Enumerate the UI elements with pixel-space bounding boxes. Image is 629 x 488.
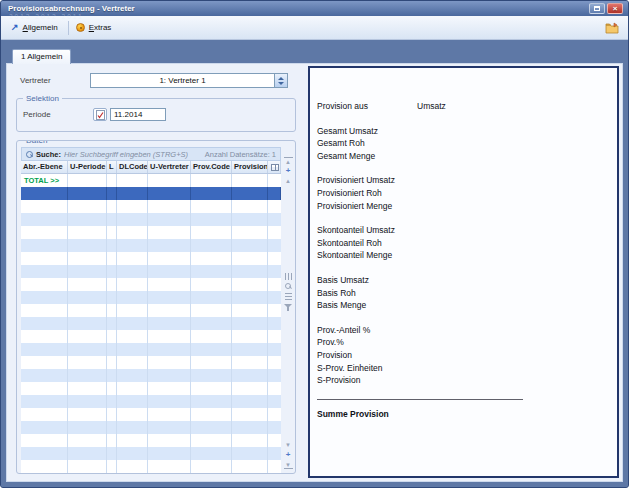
table-cell <box>268 187 281 200</box>
table-cell <box>107 187 117 200</box>
spinner-button[interactable] <box>274 74 287 87</box>
table-row[interactable] <box>21 447 281 460</box>
table-row-selected[interactable] <box>21 187 281 200</box>
table-row[interactable] <box>21 343 281 356</box>
table-cell <box>21 187 68 200</box>
last-record-icon[interactable]: ▼ <box>284 461 293 469</box>
table-row[interactable] <box>21 291 281 304</box>
filter-icon[interactable] <box>284 302 293 310</box>
table-row[interactable] <box>21 317 281 330</box>
table-row[interactable] <box>21 304 281 317</box>
maximize-button[interactable] <box>589 3 605 14</box>
table-row[interactable] <box>21 330 281 343</box>
title-watermark: 2013 2012 2011 <box>9 9 84 24</box>
summary-row: Skontoanteil Umsatz <box>317 224 607 237</box>
summary-row: S-Provision <box>317 374 607 387</box>
table-cell <box>68 200 107 213</box>
table-cell <box>21 330 68 343</box>
table-cell <box>107 421 117 434</box>
table-cell <box>268 408 281 421</box>
export-button[interactable] <box>603 20 621 36</box>
first-record-icon[interactable]: ▲ <box>284 157 293 165</box>
search-bar[interactable]: Suche: Hier Suchbegriff eingeben (STRG+S… <box>21 147 281 161</box>
column-chooser-button[interactable] <box>268 161 281 173</box>
table-cell <box>117 382 148 395</box>
column-header-5[interactable]: Prov.Code <box>191 161 232 173</box>
column-header-3[interactable]: DLCode <box>117 161 148 173</box>
summary-group: Skontoanteil UmsatzSkontoanteil RohSkont… <box>317 224 607 262</box>
table-cell <box>117 200 148 213</box>
table-cell <box>117 330 148 343</box>
menu-extras[interactable]: Extras <box>73 21 118 34</box>
spin-down-icon <box>278 82 284 85</box>
table-cell <box>232 408 268 421</box>
table-cell <box>107 174 117 187</box>
prev-record-icon[interactable]: ▲ <box>284 177 293 185</box>
calendar-button[interactable] <box>93 108 107 121</box>
table-row[interactable] <box>21 356 281 369</box>
column-header-0[interactable]: Abr.-Ebene <box>21 161 68 173</box>
table-row[interactable] <box>21 213 281 226</box>
table-cell <box>148 434 191 447</box>
table-row[interactable] <box>21 395 281 408</box>
grid-body: TOTAL >> <box>21 174 281 474</box>
close-button[interactable]: × <box>607 3 623 14</box>
summary-label: Prov.% <box>317 336 417 349</box>
summary-label: Basis Roh <box>317 287 417 300</box>
append-record-icon[interactable]: + <box>284 451 293 459</box>
table-cell <box>68 278 107 291</box>
summary-row: Provision ausUmsatz <box>317 100 607 113</box>
table-cell <box>268 252 281 265</box>
table-row[interactable] <box>21 369 281 382</box>
table-row[interactable] <box>21 408 281 421</box>
summary-divider <box>317 399 523 400</box>
periode-input[interactable] <box>110 108 166 121</box>
column-header-4[interactable]: U-Vertreter <box>148 161 191 173</box>
table-cell <box>268 473 281 474</box>
table-row-total[interactable]: TOTAL >> <box>21 174 281 187</box>
summary-label: Gesamt Roh <box>317 137 417 150</box>
sort-icon[interactable] <box>284 292 293 300</box>
table-row[interactable] <box>21 460 281 473</box>
table-cell <box>107 317 117 330</box>
table-row[interactable] <box>21 421 281 434</box>
summary-label: Prov.-Anteil % <box>317 324 417 337</box>
table-cell <box>117 356 148 369</box>
arrow-up-right-icon: ↗ <box>11 23 19 32</box>
table-row[interactable] <box>21 252 281 265</box>
table-cell <box>68 213 107 226</box>
table-row[interactable] <box>21 226 281 239</box>
table-cell <box>191 252 232 265</box>
table-row[interactable] <box>21 382 281 395</box>
table-row[interactable] <box>21 200 281 213</box>
table-cell <box>117 369 148 382</box>
table-cell <box>21 213 68 226</box>
vertreter-select[interactable]: 1: Vertreter 1 <box>90 73 288 88</box>
table-cell <box>68 174 107 187</box>
insert-record-icon[interactable]: + <box>284 167 293 175</box>
table-cell <box>148 382 191 395</box>
table-cell <box>148 473 191 474</box>
columns-icon[interactable] <box>284 272 293 280</box>
spin-up-icon <box>278 77 284 80</box>
table-row[interactable] <box>21 239 281 252</box>
column-chooser-icon <box>271 164 279 171</box>
column-header-6[interactable]: Provision € <box>232 161 268 173</box>
table-cell <box>148 304 191 317</box>
table-row[interactable] <box>21 278 281 291</box>
table-cell <box>268 343 281 356</box>
table-cell <box>107 304 117 317</box>
table-row[interactable] <box>21 265 281 278</box>
zoom-icon[interactable] <box>284 282 293 290</box>
column-header-2[interactable]: L <box>107 161 117 173</box>
table-cell <box>117 421 148 434</box>
search-icon <box>26 151 33 158</box>
table-row[interactable] <box>21 434 281 447</box>
next-record-icon[interactable]: ▼ <box>284 441 293 449</box>
table-cell <box>107 265 117 278</box>
window-controls: × <box>589 3 623 14</box>
column-header-1[interactable]: U-Periode <box>68 161 107 173</box>
table-row[interactable] <box>21 473 281 474</box>
tab-allgemein[interactable]: 1 Allgemein <box>12 49 71 64</box>
title-bar[interactable]: Provisionsabrechnung - Vertreter 2013 20… <box>1 1 628 16</box>
